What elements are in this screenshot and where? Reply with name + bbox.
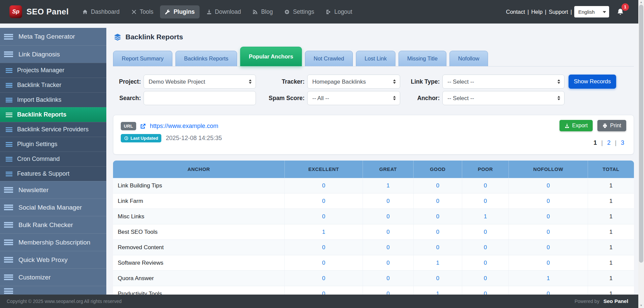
link-support[interactable]: Support [549,9,568,15]
link-help[interactable]: Help [531,9,543,15]
count-link[interactable]: 0 [386,198,389,205]
sidebar-item-backlink-tracker[interactable]: Backlink Tracker [0,78,106,92]
count-link[interactable]: 0 [436,198,439,205]
sidebar-item-features-support[interactable]: Features & Support [0,166,106,181]
show-records-button[interactable]: Show Records [569,75,616,89]
total-cell: 1 [588,224,634,239]
count-link[interactable]: 0 [436,182,439,189]
count-link[interactable]: 0 [484,182,487,189]
tab-not-crawled[interactable]: Not Crawled [305,51,353,66]
tab-popular-anchors[interactable]: Popular Anchors [240,47,302,66]
excellent-cell: 1 [285,224,363,239]
page-2[interactable]: 2 [607,139,610,146]
brand[interactable]: Sp SEO Panel [9,5,69,18]
count-link[interactable]: 1 [436,260,439,266]
table-header: ANCHOREXCELLENTGREATGOODPOORNOFOLLOWTOTA… [113,161,634,178]
search-input[interactable] [144,91,256,105]
table-row: Link Building Tips010001 [113,178,634,193]
count-link[interactable]: 0 [322,275,325,282]
print-button[interactable]: Print [597,120,626,131]
sidebar-item-meta-tag-generator[interactable]: Meta Tag Generator [0,28,106,45]
count-link[interactable]: 0 [436,244,439,251]
navbar-item-settings[interactable]: Settings [279,5,319,18]
count-link[interactable]: 0 [322,198,325,205]
count-link[interactable]: 1 [547,275,550,282]
count-link[interactable]: 0 [484,198,487,205]
menu-bars-icon [4,51,13,57]
count-link[interactable]: 0 [386,244,389,251]
language-select[interactable]: English [574,6,609,17]
count-link[interactable]: 1 [322,229,325,235]
count-link[interactable]: 0 [322,244,325,251]
spam-score-select[interactable]: -- All -- [308,91,400,105]
clock-icon [124,136,128,140]
count-link[interactable]: 0 [484,229,487,235]
navbar-item-logout[interactable]: Logout [321,5,357,18]
tab-lost-link[interactable]: Lost Link [356,51,395,66]
great-cell: 1 [363,178,414,193]
sidebar-item-projects-manager[interactable]: Projects Manager [0,63,106,78]
column-header-anchor: ANCHOR [113,161,285,178]
sidebar-item-link-diagnosis[interactable]: Link Diagnosis [0,45,106,63]
count-link[interactable]: 0 [436,229,439,235]
nofollow-cell: 0 [509,209,588,224]
report-url-link[interactable]: https://www.example.com [150,123,218,130]
external-link-icon[interactable] [140,123,146,129]
tab-report-summary[interactable]: Report Summary [113,51,172,66]
sidebar-item-plugin-settings[interactable]: Plugin Settings [0,137,106,151]
count-link[interactable]: 0 [547,213,550,220]
count-link[interactable]: 1 [484,213,487,220]
count-link[interactable]: 1 [386,182,389,189]
navbar-item-download[interactable]: Download [202,5,246,18]
count-link[interactable]: 0 [322,213,325,220]
count-link[interactable]: 0 [436,213,439,220]
link-contact[interactable]: Contact [506,9,525,15]
sidebar-item-backlink-reports[interactable]: Backlink Reports [0,107,106,122]
count-link[interactable]: 0 [322,260,325,266]
project-label: Project: [113,78,141,85]
project-select[interactable]: Demo Website Project [144,75,256,88]
count-link[interactable]: 0 [547,244,550,251]
tracker-select[interactable]: Homepage Backlinks [308,75,400,88]
sidebar-item-quick-web-proxy[interactable]: Quick Web Proxy [0,251,106,268]
count-link[interactable]: 0 [386,275,389,282]
count-link[interactable]: 0 [436,275,439,282]
tab-nofollow[interactable]: Nofollow [449,51,488,66]
sidebar-item-import-backlinks[interactable]: Import Backlinks [0,92,106,107]
count-link[interactable]: 0 [547,198,550,205]
scroll-up-arrow-icon[interactable]: ▲ [638,0,644,4]
navbar-item-tools[interactable]: Tools [126,5,158,18]
sidebar-item-customizer[interactable]: Customizer [0,268,106,286]
scroll-down-arrow-icon[interactable]: ▼ [638,304,644,308]
navbar-item-blog[interactable]: Blog [248,5,277,18]
sidebar-item-membership-subscription[interactable]: Membership Subscription [0,233,106,251]
count-link[interactable]: 0 [547,182,550,189]
count-link[interactable]: 0 [386,260,389,266]
count-link[interactable]: 0 [322,182,325,189]
page-3[interactable]: 3 [621,139,624,146]
count-link[interactable]: 0 [484,260,487,266]
sidebar-item-cron-command[interactable]: Cron Command [0,151,106,166]
anchor-select[interactable]: -- Select -- [443,91,564,105]
link-type-select[interactable]: -- Select -- [443,75,564,88]
count-link[interactable]: 0 [547,229,550,235]
scrollbar-thumb[interactable] [639,5,643,263]
count-link[interactable]: 0 [547,260,550,266]
export-button[interactable]: Export [559,120,593,131]
count-link[interactable]: 0 [484,244,487,251]
vertical-scrollbar[interactable]: ▲ ▼ [638,0,644,308]
tab-backlinks-reports[interactable]: Backlinks Reports [175,51,237,66]
sidebar-item-newsletter[interactable]: Newsletter [0,181,106,199]
notifications-button[interactable]: 1 [616,8,624,16]
excellent-cell: 0 [285,240,363,255]
tab-missing-title[interactable]: Missing Title [398,51,446,66]
sidebar-item-backlink-service-providers[interactable]: Backlink Service Providers [0,122,106,137]
count-link[interactable]: 0 [386,213,389,220]
navbar-item-plugins[interactable]: Plugins [160,5,199,18]
navbar-item-dashboard[interactable]: Dashboard [77,5,124,18]
sidebar-item-social-media-manager[interactable]: Social Media Manager [0,199,106,216]
count-link[interactable]: 0 [484,275,487,282]
sidebar-item-bulk-rank-checker[interactable]: Bulk Rank Checker [0,216,106,233]
count-link[interactable]: 0 [386,229,389,235]
menu-bars-icon [4,239,13,245]
